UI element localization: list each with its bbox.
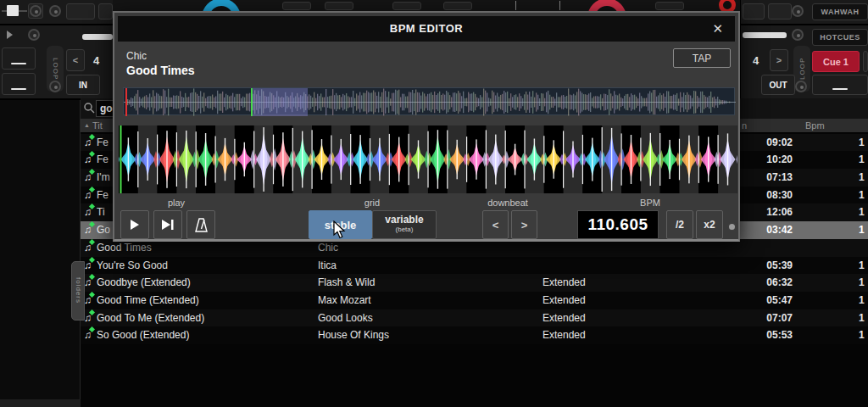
deck-strip-divider <box>515 1 516 10</box>
track-artist: Max Mozart <box>318 294 371 306</box>
metronome-icon <box>194 217 209 233</box>
footer-strip <box>0 399 81 407</box>
right-pad-button[interactable] <box>768 3 792 20</box>
track-row[interactable]: ♫Good To Me (Extended)Good LooksExtended… <box>81 309 868 327</box>
deck-strip-button[interactable] <box>282 2 311 10</box>
left-pad-button[interactable] <box>98 3 113 20</box>
track-bpm: 1 <box>859 189 865 201</box>
left-ring-button[interactable] <box>49 81 61 92</box>
bpm-value-display[interactable]: 110.605 <box>577 210 659 239</box>
beatgrid-waveform[interactable] <box>119 125 737 193</box>
music-note-icon: ♫ <box>84 136 92 149</box>
right-deck-button[interactable] <box>812 75 868 95</box>
pitch-slider-handle[interactable] <box>82 34 113 40</box>
right-pad-button[interactable] <box>863 51 868 72</box>
dialog-track-title: Good Times <box>126 64 195 77</box>
loop-out-button[interactable]: OUT <box>761 75 795 95</box>
left-ring-button[interactable] <box>28 29 40 41</box>
track-length: 07:13 <box>733 171 793 183</box>
track-type: Extended <box>542 294 586 306</box>
track-row[interactable]: ♫Goodbye (Extended)Flash & WildExtended0… <box>81 274 868 292</box>
deck-top-strip <box>113 0 740 11</box>
track-row[interactable]: ♫Good Time (Extended)Max MozartExtended0… <box>81 292 868 309</box>
deck-strip-divider <box>559 1 560 10</box>
bpm-editor-dialog: BPM EDITOR ✕ Chic Good Times TAP play gr… <box>113 11 740 242</box>
new-track-star-icon <box>89 169 95 175</box>
track-artist: Flash & Wild <box>318 276 375 288</box>
music-note-icon: ♫ <box>84 153 92 166</box>
track-length: 07:07 <box>733 312 793 324</box>
left-deck-button[interactable] <box>2 47 36 70</box>
downbeat-prev-button[interactable]: < <box>482 210 509 239</box>
new-track-star-icon <box>89 309 95 315</box>
loop-double-button[interactable]: > <box>770 49 788 71</box>
track-bpm: 1 <box>859 276 865 288</box>
deck-left-panel: LOOP < 4 IN <box>0 0 113 98</box>
track-title: Good Time (Extended) <box>97 294 199 306</box>
track-length: 12:06 <box>733 206 793 218</box>
bpm-half-button[interactable]: /2 <box>666 210 693 239</box>
music-note-icon: ♫ <box>84 259 92 272</box>
track-artist: Chic <box>318 242 338 254</box>
track-artist: Itica <box>318 259 337 271</box>
bpm-column-header[interactable]: Bpm <box>805 120 825 131</box>
track-bpm: 1 <box>859 206 865 218</box>
downbeat-next-button[interactable]: > <box>511 210 537 239</box>
track-title: I'm <box>97 171 110 183</box>
new-track-star-icon <box>89 133 95 139</box>
sort-icon: ▲ <box>84 122 90 128</box>
track-row[interactable]: ♫So Good (Extended)House Of KingsExtende… <box>81 326 868 344</box>
new-track-star-icon <box>89 204 95 209</box>
overview-waveform[interactable] <box>123 87 735 115</box>
right-pad-button[interactable] <box>743 3 765 20</box>
music-note-icon: ♫ <box>84 276 92 289</box>
track-bpm: 1 <box>859 153 865 165</box>
grid-variable-button[interactable]: variable (beta) <box>372 210 437 239</box>
pitch-slider-handle[interactable] <box>743 32 787 38</box>
left-pad-button[interactable] <box>66 3 95 20</box>
bpm-double-button[interactable]: x2 <box>696 210 723 239</box>
left-ring-button[interactable] <box>49 5 61 17</box>
right-ring-button[interactable] <box>792 29 804 41</box>
track-row[interactable]: ♫You're So GoodItica05:391 <box>81 257 868 275</box>
deck-strip-button[interactable] <box>392 2 421 10</box>
deck-strip-button[interactable] <box>655 2 684 10</box>
folders-tab[interactable]: folders <box>71 261 85 321</box>
loop-half-button[interactable]: < <box>66 49 85 71</box>
loop-in-button[interactable]: IN <box>66 75 100 95</box>
track-title: Fe <box>97 153 108 165</box>
track-title: So Good (Extended) <box>97 329 189 341</box>
dialog-title: BPM EDITOR <box>118 16 735 42</box>
dialog-track-artist: Chic <box>126 50 147 62</box>
dialog-titlebar: BPM EDITOR ✕ <box>118 16 735 42</box>
hotcues-button[interactable]: HOTCUES <box>812 29 868 46</box>
loop-beats-value: 4 <box>93 54 99 67</box>
track-title: You're So Good <box>97 259 168 271</box>
title-column-header[interactable]: Tit <box>92 120 103 131</box>
length-column-header[interactable]: n <box>742 120 747 131</box>
play-button[interactable] <box>120 210 149 239</box>
track-length: 03:42 <box>733 224 793 236</box>
music-note-icon: ♫ <box>84 170 92 184</box>
left-slider-handle[interactable] <box>7 5 19 16</box>
track-length: 05:53 <box>733 329 793 341</box>
right-ring-button[interactable] <box>792 5 804 17</box>
metronome-button[interactable] <box>186 210 215 239</box>
track-length: 10:20 <box>733 153 793 165</box>
left-deck-button[interactable] <box>2 73 36 95</box>
browser-sidebar <box>0 100 81 407</box>
track-bpm: 1 <box>859 137 865 148</box>
cue-1-button[interactable]: Cue 1 <box>812 51 860 72</box>
left-ring-button[interactable] <box>30 5 42 17</box>
play-icon <box>129 218 141 231</box>
deck-strip-button[interactable] <box>443 2 472 10</box>
wahwah-button[interactable]: WAHWAH <box>812 3 868 20</box>
grid-section-label: grid <box>347 198 398 208</box>
track-title: Fe <box>97 189 108 201</box>
close-icon[interactable]: ✕ <box>712 16 723 42</box>
tap-button[interactable]: TAP <box>673 48 731 68</box>
right-ring-button[interactable] <box>795 81 807 92</box>
play-icon[interactable] <box>7 31 13 39</box>
deck-strip-button[interactable] <box>325 2 353 10</box>
skip-next-button[interactable] <box>153 210 182 239</box>
